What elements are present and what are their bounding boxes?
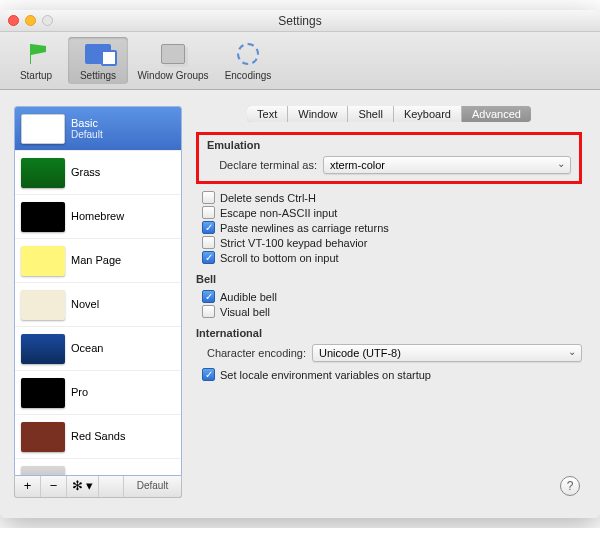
profile-thumb xyxy=(21,466,65,477)
set-default-button[interactable]: Default xyxy=(123,476,181,497)
advanced-pane: Emulation Declare terminal as: xterm-col… xyxy=(192,122,586,500)
emulation-heading: Emulation xyxy=(207,139,571,151)
profile-item-redsands[interactable]: Red Sands xyxy=(15,415,181,459)
profile-list[interactable]: BasicDefault Grass Homebrew Man Page Nov… xyxy=(14,106,182,476)
opt-scroll-bottom[interactable]: ✓Scroll to bottom on input xyxy=(196,250,582,265)
tab-shell[interactable]: Shell xyxy=(348,106,393,122)
tab-text[interactable]: Text xyxy=(247,106,288,122)
settings-window: Settings Startup Settings Window Groups … xyxy=(0,10,600,518)
flag-icon xyxy=(26,44,46,64)
toolbar-encodings[interactable]: Encodings xyxy=(218,37,278,84)
opt-escape-nonascii[interactable]: Escape non-ASCII input xyxy=(196,205,582,220)
profile-item-homebrew[interactable]: Homebrew xyxy=(15,195,181,239)
profile-item-basic[interactable]: BasicDefault xyxy=(15,107,181,151)
profile-item-ocean[interactable]: Ocean xyxy=(15,327,181,371)
declare-terminal-label: Declare terminal as: xyxy=(207,159,317,171)
profile-thumb xyxy=(21,290,65,320)
help-button[interactable]: ? xyxy=(560,476,580,496)
content-area: BasicDefault Grass Homebrew Man Page Nov… xyxy=(0,90,600,518)
encoding-label: Character encoding: xyxy=(196,347,306,359)
opt-paste-newlines[interactable]: ✓Paste newlines as carriage returns xyxy=(196,220,582,235)
window-groups-icon xyxy=(161,44,185,64)
opt-visual-bell[interactable]: Visual bell xyxy=(196,304,582,319)
checkbox-icon xyxy=(202,191,215,204)
tab-bar: Text Window Shell Keyboard Advanced xyxy=(192,106,586,122)
encodings-icon xyxy=(237,43,259,65)
opt-delete-ctrl-h[interactable]: Delete sends Ctrl-H xyxy=(196,190,582,205)
toolbar-startup[interactable]: Startup xyxy=(6,37,66,84)
checkbox-icon xyxy=(202,305,215,318)
checkbox-icon: ✓ xyxy=(202,251,215,264)
profile-sidebar: BasicDefault Grass Homebrew Man Page Nov… xyxy=(14,106,182,500)
profile-item-manpage[interactable]: Man Page xyxy=(15,239,181,283)
sidebar-toolbar: + − ✻ ▾ Default xyxy=(14,476,182,498)
settings-icon xyxy=(85,44,111,64)
profile-item-pro[interactable]: Pro xyxy=(15,371,181,415)
opt-audible-bell[interactable]: ✓Audible bell xyxy=(196,289,582,304)
add-profile-button[interactable]: + xyxy=(15,476,41,497)
profile-item-grass[interactable]: Grass xyxy=(15,151,181,195)
tab-window[interactable]: Window xyxy=(288,106,348,122)
profile-thumb xyxy=(21,114,65,144)
profile-thumb xyxy=(21,246,65,276)
declare-terminal-select[interactable]: xterm-color xyxy=(323,156,571,174)
main-panel: Text Window Shell Keyboard Advanced Emul… xyxy=(192,106,586,500)
tab-keyboard[interactable]: Keyboard xyxy=(394,106,462,122)
tab-advanced[interactable]: Advanced xyxy=(462,106,531,122)
profile-thumb xyxy=(21,158,65,188)
window-title: Settings xyxy=(0,14,600,28)
checkbox-icon xyxy=(202,206,215,219)
toolbar-window-groups[interactable]: Window Groups xyxy=(130,37,216,84)
checkbox-icon: ✓ xyxy=(202,368,215,381)
titlebar: Settings xyxy=(0,10,600,32)
profile-thumb xyxy=(21,378,65,408)
emulation-highlight: Emulation Declare terminal as: xterm-col… xyxy=(196,132,582,184)
toolbar: Startup Settings Window Groups Encodings xyxy=(0,32,600,90)
profile-item-novel[interactable]: Novel xyxy=(15,283,181,327)
encoding-select[interactable]: Unicode (UTF-8) xyxy=(312,344,582,362)
profile-thumb xyxy=(21,202,65,232)
remove-profile-button[interactable]: − xyxy=(41,476,67,497)
profile-item-silver[interactable]: Silver Aerogel xyxy=(15,459,181,476)
profile-thumb xyxy=(21,422,65,452)
toolbar-settings[interactable]: Settings xyxy=(68,37,128,84)
profile-thumb xyxy=(21,334,65,364)
profile-actions-button[interactable]: ✻ ▾ xyxy=(67,476,99,497)
checkbox-icon: ✓ xyxy=(202,290,215,303)
checkbox-icon xyxy=(202,236,215,249)
checkbox-icon: ✓ xyxy=(202,221,215,234)
bell-heading: Bell xyxy=(196,273,582,285)
intl-heading: International xyxy=(196,327,582,339)
opt-set-locale[interactable]: ✓Set locale environment variables on sta… xyxy=(196,367,582,382)
opt-strict-vt100[interactable]: Strict VT-100 keypad behavior xyxy=(196,235,582,250)
